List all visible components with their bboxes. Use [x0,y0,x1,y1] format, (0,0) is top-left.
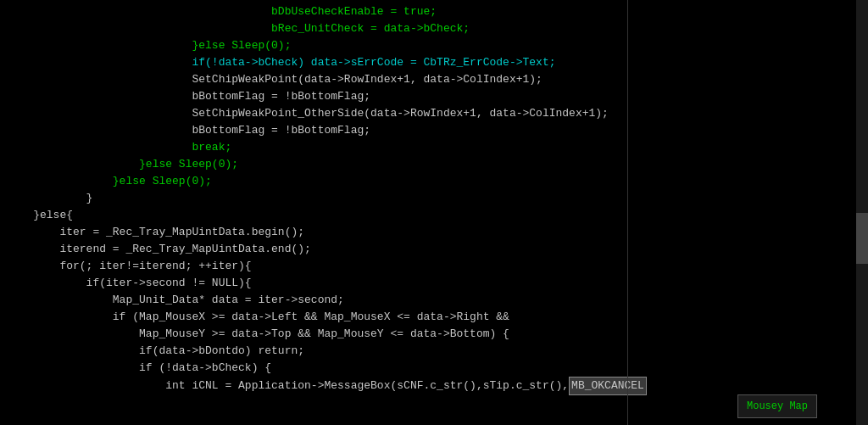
code-text: }else{ [7,207,73,224]
code-editor: bDbUseCheckEnable = true; bRec_UnitCheck… [0,0,868,425]
code-line: if(!data->bCheck) data->sErrCode = CbTRz… [0,54,868,71]
code-line: Map_Unit_Data* data = iter->second; [0,292,868,309]
code-line: bRec_UnitCheck = data->bCheck; [0,20,868,37]
code-text: break; [7,139,231,156]
code-text: if(!data->bCheck) data->sErrCode = CbTRz… [7,54,556,71]
code-line: if (Map_MouseX >= data->Left && Map_Mous… [0,309,868,326]
code-text: int iCNL = Application->MessageBox(sCNF.… [7,377,569,394]
code-text: bDbUseCheckEnable = true; [7,3,437,20]
code-line: iterend = _Rec_Tray_MapUintData.end(); [0,241,868,258]
code-line: bBottomFlag = !bBottomFlag; [0,122,868,139]
code-text: if(iter->second != NULL){ [7,275,252,292]
code-text: for(; iter!=iterend; ++iter){ [7,258,252,275]
code-text: if (Map_MouseX >= data->Left && Map_Mous… [7,309,509,326]
code-text: if (!data->bCheck) { [7,360,271,377]
code-line: bDbUseCheckEnable = true; [0,3,868,20]
code-line: } [0,190,868,207]
code-text: SetChipWeakPoint(data->RowIndex+1, data-… [7,71,542,88]
code-text: iter = _Rec_Tray_MapUintData.begin(); [7,224,304,241]
code-line: for(; iter!=iterend; ++iter){ [0,258,868,275]
code-text: Map_MouseY >= data->Top && Map_MouseY <=… [7,326,509,343]
code-line: if(data->bDontdo) return; [0,343,868,360]
code-line: int iCNL = Application->MessageBox(sCNF.… [0,377,868,395]
mousey-map-tooltip: Mousey Map [737,394,817,418]
code-text: } [7,190,92,207]
code-line: iter = _Rec_Tray_MapUintData.begin(); [0,224,868,241]
code-line: SetChipWeakPoint(data->RowIndex+1, data-… [0,71,868,88]
code-line: bBottomFlag = !bBottomFlag; [0,88,868,105]
code-text: bRec_UnitCheck = data->bCheck; [7,20,470,37]
vertical-separator [627,0,628,425]
code-line: SetChipWeakPoint_OtherSide(data->RowInde… [0,105,868,122]
code-line: }else{ [0,207,868,224]
code-text: bBottomFlag = !bBottomFlag; [7,88,370,105]
code-text: iterend = _Rec_Tray_MapUintData.end(); [7,241,311,258]
code-text: if(data->bDontdo) return; [7,343,304,360]
code-text: }else Sleep(0); [7,37,291,54]
mb-okcancel-text: MB_OKCANCEL [569,377,647,395]
code-text: Map_Unit_Data* data = iter->second; [7,292,344,309]
code-text: }else Sleep(0); [7,173,212,190]
code-line: if (!data->bCheck) { [0,360,868,377]
scrollbar[interactable] [856,0,868,425]
scrollbar-thumb[interactable] [856,213,868,264]
code-line: }else Sleep(0); [0,173,868,190]
code-line: if(iter->second != NULL){ [0,275,868,292]
code-line: Map_MouseY >= data->Top && Map_MouseY <=… [0,326,868,343]
code-line: break; [0,139,868,156]
code-text: bBottomFlag = !bBottomFlag; [7,122,370,139]
mousey-map-label: Mousey Map [747,400,808,412]
code-text: SetChipWeakPoint_OtherSide(data->RowInde… [7,105,609,122]
code-line: }else Sleep(0); [0,37,868,54]
code-text: }else Sleep(0); [7,156,238,173]
code-line: }else Sleep(0); [0,156,868,173]
